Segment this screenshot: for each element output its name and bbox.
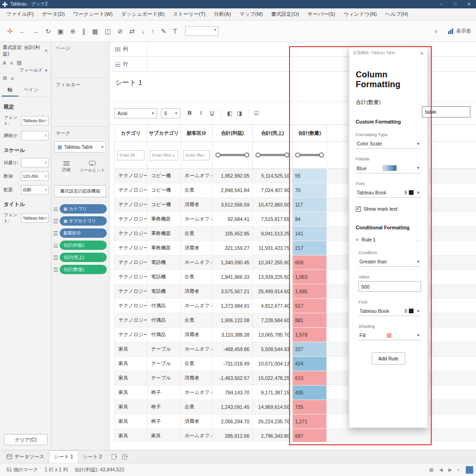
dimension-cell[interactable]: テーブル — [147, 371, 181, 385]
menu-item-書式設定(O)[interactable]: 書式設定(O) — [267, 8, 304, 20]
measure-cell[interactable]: 1,243,091.45 — [213, 400, 253, 414]
refresh-icon[interactable]: ↻ — [46, 24, 51, 38]
undo-icon[interactable]: ← — [20, 24, 26, 38]
column-header-合計(売上)[interactable]: 合計(売上) — [253, 125, 293, 141]
dimension-cell[interactable]: 電話機 — [147, 284, 181, 298]
dimension-cell[interactable]: 家具 — [147, 429, 181, 442]
underline-button[interactable]: U — [207, 108, 217, 118]
measure-cell[interactable]: 9,171,387.15 — [253, 386, 293, 400]
pill-合計(数量)[interactable]: 合計(数量) — [60, 265, 107, 274]
dimension-cell[interactable]: 企業 — [181, 270, 213, 284]
show-labels-icon[interactable]: T — [173, 24, 177, 38]
pill-顧客区分[interactable]: 顧客区分 — [60, 228, 107, 238]
bold-button[interactable]: B — [185, 108, 195, 118]
measure-cell[interactable]: 1,906,122.08 — [213, 313, 253, 327]
measure-cell[interactable]: 2,056,294.70 — [213, 414, 253, 428]
swap-axes-icon[interactable]: ⇄ — [129, 24, 135, 38]
prev-icon[interactable]: ◀ — [439, 467, 443, 472]
new-worksheet-icon[interactable]: ▦ — [92, 24, 98, 38]
measure-cell[interactable]: 26,224,235.70 — [253, 414, 293, 428]
dimension-cell[interactable]: 消費者 — [181, 241, 213, 255]
measure-cell[interactable]: 784,143.70 — [213, 386, 253, 400]
borders-format-icon[interactable]: ⊞ — [3, 75, 7, 81]
dimension-cell[interactable]: ホームオフィス — [181, 255, 213, 269]
measure-cell[interactable]: 7,024,407.90 — [253, 183, 293, 197]
measure-cell[interactable]: 5,114,525.10 — [253, 169, 293, 183]
measure-cell[interactable]: 15,022,478.25 — [253, 371, 293, 385]
column-header-カテゴリ[interactable]: カテゴリ — [115, 125, 147, 141]
measure-cell[interactable]: 25,499,914.60 — [253, 284, 293, 298]
menu-item-データ(D)[interactable]: データ(D) — [38, 8, 69, 20]
measure-cell[interactable]: 3,612,556.59 — [213, 198, 253, 212]
measure-cell[interactable]: -1,463,502.57 — [213, 371, 253, 385]
data-details-icon[interactable] — [466, 466, 473, 474]
dimension-cell[interactable]: テクノロジー — [115, 212, 147, 226]
clear-button[interactable]: クリア(C) — [4, 434, 48, 445]
close-button[interactable]: ✕ — [462, 0, 476, 8]
pill-サブカテゴリ[interactable]: ▦サブカテゴリ — [60, 216, 107, 226]
grid-view-icon[interactable]: ▦ — [429, 467, 434, 472]
dimension-cell[interactable]: 企業 — [181, 357, 213, 371]
italic-button[interactable]: I — [196, 108, 206, 118]
measure-cell[interactable]: 1,841,966.33 — [213, 270, 253, 284]
dimension-cell[interactable]: 電話機 — [147, 270, 181, 284]
font-size-dropdown[interactable]: 9 — [161, 108, 180, 118]
measure-cell[interactable]: 13,065,785.70 — [253, 328, 293, 342]
measure-cell[interactable]: 4,812,677.40 — [253, 299, 293, 313]
border-color-icon[interactable]: ◨ — [237, 110, 242, 117]
dimension-cell[interactable]: コピー機 — [147, 198, 181, 212]
tab-pane[interactable]: ペイン — [18, 85, 44, 97]
default-font-select[interactable]: Tableau Boo — [21, 116, 48, 125]
font-format-icon[interactable]: A — [3, 60, 6, 66]
alignment-format-icon[interactable]: ≡ — [10, 60, 13, 66]
detail-button[interactable]: 詳細 — [53, 157, 79, 177]
tab-datasource[interactable]: データソース — [2, 450, 49, 463]
dimension-cell[interactable]: 消費者 — [181, 198, 213, 212]
dimension-cell[interactable]: 事務機器 — [147, 241, 181, 255]
dimension-cell[interactable]: テクノロジー — [115, 313, 147, 327]
measure-cell[interactable]: 1,952,992.05 — [213, 169, 253, 183]
measure-cell[interactable]: 321,159.27 — [213, 241, 253, 255]
save-icon[interactable]: ▣ — [57, 24, 63, 38]
pill-合計(売上)[interactable]: 合計(売上) — [60, 253, 107, 262]
dimension-cell[interactable]: テクノロジー — [115, 284, 147, 298]
fit-dropdown[interactable] — [185, 26, 219, 36]
font-family-dropdown[interactable]: Arial — [114, 108, 157, 118]
duplicate-sheet-icon[interactable]: ◫ — [105, 24, 111, 38]
new-dashboard-icon[interactable] — [122, 454, 128, 460]
dimension-cell[interactable]: 家具 — [115, 371, 147, 385]
mark-type-dropdown[interactable]: ▦ Tableau Table — [55, 141, 106, 152]
dimension-cell[interactable]: 椅子 — [147, 414, 181, 428]
menu-item-ストーリー(T)[interactable]: ストーリー(T) — [169, 8, 210, 20]
dimension-cell[interactable]: 家具 — [115, 357, 147, 371]
dimension-cell[interactable]: コピー機 — [147, 183, 181, 197]
tab-sheet1[interactable]: シート 1 — [49, 450, 78, 463]
measure-cell[interactable]: 2,796,343.80 — [253, 429, 293, 442]
add-data-icon[interactable]: ⊕ — [70, 24, 76, 38]
dimension-cell[interactable]: 家具 — [115, 342, 147, 356]
dimension-cell[interactable]: ホームオフィス — [181, 342, 213, 356]
fields-dropdown[interactable]: フィールド ▼ — [0, 66, 51, 74]
menu-item-ウィンドウ(N)[interactable]: ウィンドウ(N) — [339, 8, 381, 20]
dimension-cell[interactable]: テクノロジー — [115, 241, 147, 255]
tableau-toolbar-logo-icon[interactable]: ✛ — [7, 24, 13, 38]
dimension-cell[interactable]: 企業 — [181, 313, 213, 327]
column-header-顧客区分[interactable]: 顧客区分 — [181, 125, 213, 141]
measure-cell[interactable]: 14,969,614.50 — [253, 400, 293, 414]
dimension-cell[interactable]: 家具 — [115, 386, 147, 400]
dimension-cell[interactable]: テクノロジー — [115, 255, 147, 269]
measure-cell[interactable]: 1,273,984.91 — [213, 299, 253, 313]
measure-cell[interactable]: 10,347,255.90 — [253, 255, 293, 269]
maximize-button[interactable]: □ — [448, 0, 462, 8]
dimension-cell[interactable]: 家具 — [115, 429, 147, 442]
measure-cell[interactable]: 7,228,584.60 — [253, 313, 293, 327]
dimension-cell[interactable]: 事務機器 — [147, 227, 181, 241]
measure-cell[interactable]: 3,575,567.21 — [213, 284, 253, 298]
measure-cell[interactable]: 92,684.41 — [213, 212, 253, 226]
dimension-cell[interactable]: テクノロジー — [115, 183, 147, 197]
dimension-cell[interactable]: ホームオフィス — [181, 169, 213, 183]
show-me-button[interactable]: 表示形 — [456, 28, 471, 34]
next-icon[interactable]: ▶ — [448, 467, 452, 472]
dimension-cell[interactable]: 家具 — [115, 414, 147, 428]
dimension-cell[interactable]: ホームオフィス — [181, 212, 213, 226]
